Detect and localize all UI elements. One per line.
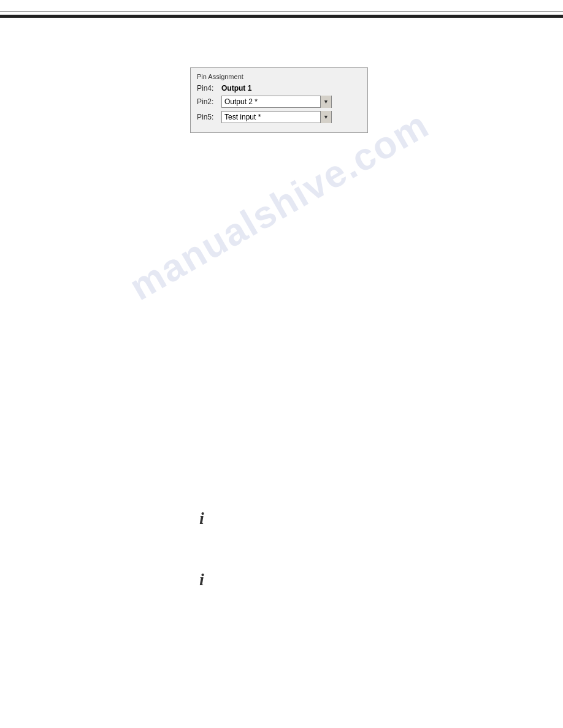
watermark: manualshive.com [122, 102, 436, 309]
pin-assignment-legend: Pin Assignment [197, 73, 361, 80]
pin5-dropdown-value: Test input * [222, 113, 320, 121]
pin4-value: Output 1 [221, 84, 251, 93]
top-line-thick [0, 15, 563, 18]
pin-row-pin4: Pin4: Output 1 [197, 84, 361, 93]
pin2-label: Pin2: [197, 97, 221, 106]
top-line-thin [0, 11, 563, 12]
pin2-dropdown-arrow[interactable]: ▼ [320, 96, 331, 108]
pin-row-pin2: Pin2: Output 2 * ▼ [197, 96, 361, 108]
pin-row-pin5: Pin5: Test input * ▼ [197, 111, 361, 123]
info-icon-1: i [199, 509, 204, 528]
pin5-dropdown[interactable]: Test input * ▼ [221, 111, 332, 123]
pin-assignment-box: Pin Assignment Pin4: Output 1 Pin2: Outp… [190, 67, 368, 133]
pin4-label: Pin4: [197, 84, 221, 93]
pin5-dropdown-arrow[interactable]: ▼ [320, 111, 331, 123]
pin2-dropdown[interactable]: Output 2 * ▼ [221, 96, 332, 108]
info-icon-2: i [199, 570, 204, 590]
pin2-dropdown-value: Output 2 * [222, 97, 320, 106]
pin5-label: Pin5: [197, 113, 221, 121]
